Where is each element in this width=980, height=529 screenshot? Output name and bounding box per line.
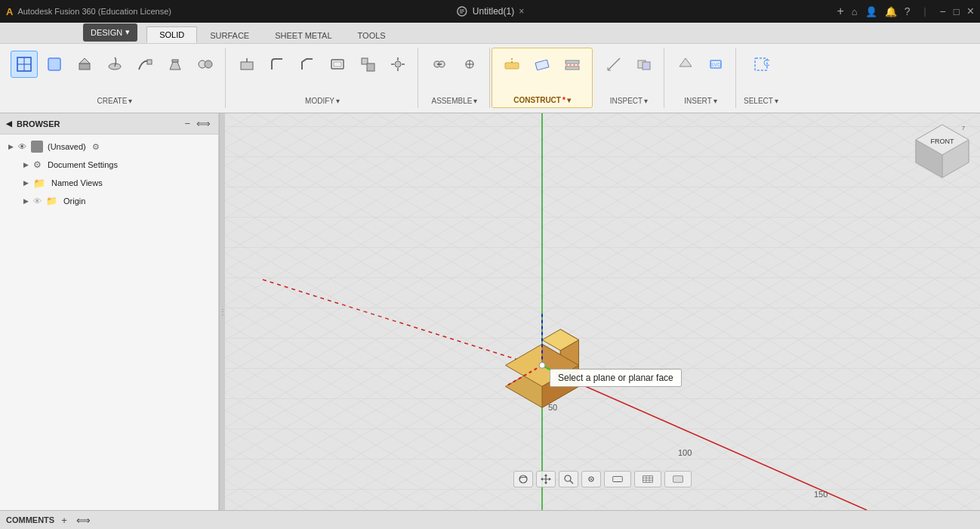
shell-button[interactable] — [324, 51, 351, 78]
svg-rect-63 — [643, 476, 653, 482]
help-button[interactable]: ? — [904, 5, 911, 17]
app-title: Autodesk Fusion 360 (Education License) — [17, 7, 171, 16]
assemble-group: ASSEMBLE ▾ — [420, 48, 490, 108]
press-pull-button[interactable] — [233, 51, 260, 78]
root-icon — [31, 141, 43, 153]
svg-point-52 — [519, 475, 527, 483]
sweep-button[interactable] — [131, 51, 159, 78]
zoom-window-button[interactable] — [559, 471, 578, 487]
pan-button[interactable] — [536, 471, 556, 487]
browser-collapse-icon[interactable]: ◀ — [6, 119, 12, 128]
toolbar: DESIGN ▾ SOLID SURFACE SHEET METAL TOOLS — [0, 23, 980, 113]
insert-mesh-button[interactable] — [672, 51, 699, 78]
extrude-button[interactable] — [71, 51, 98, 78]
tree-origin[interactable]: ▶ 👁 📁 Origin — [0, 192, 218, 210]
construct-dropdown-icon: ▾ — [567, 96, 571, 104]
select-button[interactable] — [747, 51, 775, 78]
inspect-group: INSPECT ▾ — [594, 48, 664, 108]
tab-surface[interactable]: SURFACE — [197, 27, 262, 43]
tab-sheetmetal[interactable]: SHEET METAL — [262, 27, 344, 43]
visual-style-button[interactable] — [664, 471, 692, 487]
revolve-button[interactable] — [101, 51, 128, 78]
insert-label[interactable]: INSERT ▾ — [684, 97, 717, 105]
display-settings-button[interactable] — [604, 471, 631, 487]
svg-rect-34 — [566, 67, 579, 70]
create-label[interactable]: CREATE ▾ — [97, 97, 133, 105]
close-tab-icon[interactable]: × — [519, 6, 524, 17]
tree-named-views[interactable]: ▶ 📁 Named Views — [0, 174, 218, 192]
modify-label[interactable]: MODIFY ▾ — [305, 97, 340, 105]
home-button[interactable]: ⌂ — [852, 6, 858, 17]
root-settings-icon[interactable]: ⚙ — [92, 142, 100, 152]
construct-label[interactable]: CONSTRUCT * ▾ — [513, 96, 571, 104]
grid-settings-button[interactable] — [634, 471, 661, 487]
comments-resize-button[interactable]: ⟺ — [74, 515, 93, 526]
tree-doc-settings[interactable]: ▶ ⚙ Document Settings — [0, 156, 218, 174]
tree-root[interactable]: ▶ 👁 (Unsaved) ⚙ — [0, 138, 218, 156]
viewport[interactable]: Select a plane or planar face FRONT 7 — [225, 113, 980, 510]
file-icon — [456, 5, 468, 17]
svg-rect-5 — [79, 63, 90, 70]
look-at-button[interactable] — [581, 471, 601, 487]
maximize-button[interactable]: □ — [954, 6, 960, 17]
midplane-button[interactable] — [559, 51, 586, 79]
svg-line-58 — [570, 481, 573, 484]
svg-text:FRONT: FRONT — [931, 138, 954, 145]
loft-button[interactable] — [162, 51, 189, 78]
move-button[interactable] — [384, 51, 411, 78]
svg-rect-18 — [367, 63, 374, 71]
eye-icon[interactable]: 👁 — [18, 142, 26, 151]
svg-line-36 — [608, 58, 620, 70]
view-cube-svg: FRONT 7 — [912, 121, 972, 181]
new-sketch-button[interactable] — [11, 51, 38, 78]
chamfer-button[interactable] — [294, 51, 321, 78]
new-tab-button[interactable]: + — [837, 5, 843, 18]
plane-at-angle-button[interactable] — [529, 51, 556, 79]
interference-button[interactable] — [630, 51, 658, 78]
origin-eye-icon[interactable]: 👁 — [33, 196, 42, 206]
svg-rect-33 — [566, 60, 579, 63]
browser-resize-button[interactable]: ⟺ — [195, 116, 212, 131]
construct-icons — [498, 51, 586, 79]
account-button[interactable]: 👤 — [865, 6, 877, 17]
design-button[interactable]: DESIGN ▾ — [83, 23, 137, 42]
inspect-label[interactable]: INSPECT ▾ — [610, 97, 648, 105]
sidebar-resize-handle[interactable]: ⋮ — [219, 113, 225, 510]
svg-marker-9 — [170, 62, 180, 70]
fillet-button[interactable] — [263, 51, 291, 78]
browser-hide-button[interactable]: − — [183, 116, 192, 131]
offset-plane-button[interactable] — [498, 51, 525, 79]
minimize-button[interactable]: − — [940, 5, 946, 17]
select-label[interactable]: SELECT ▾ — [744, 97, 778, 105]
view-cube[interactable]: FRONT 7 — [912, 121, 972, 181]
construct-group: CONSTRUCT * ▾ — [492, 48, 593, 108]
inspect-dropdown-icon: ▾ — [644, 97, 648, 105]
toolbar-tabs: DESIGN ▾ SOLID SURFACE SHEET METAL TOOLS — [0, 23, 980, 44]
combine-button[interactable] — [192, 51, 219, 78]
tab-solid[interactable]: SOLID — [146, 26, 197, 43]
tab-tools[interactable]: TOOLS — [345, 27, 399, 43]
notification-button[interactable]: 🔔 — [885, 6, 897, 17]
file-title: Untitled(1) — [473, 6, 514, 17]
close-button[interactable]: × — [967, 5, 974, 18]
origin-arrow: ▶ — [21, 196, 30, 206]
insert-svg-button[interactable]: SVG — [702, 51, 729, 78]
joint-button[interactable] — [426, 51, 453, 78]
construct-asterisk: * — [562, 96, 566, 104]
create-form-button[interactable] — [41, 51, 68, 78]
named-views-label: Named Views — [51, 178, 103, 187]
svg-marker-6 — [79, 58, 90, 63]
orbit-button[interactable] — [513, 471, 533, 487]
doc-settings-label: Document Settings — [48, 160, 118, 169]
svg-point-57 — [565, 475, 571, 481]
joint-origin-button[interactable] — [456, 51, 483, 78]
measure-button[interactable] — [600, 51, 627, 78]
scale-button[interactable] — [354, 51, 381, 78]
folder-icon: 📁 — [33, 178, 45, 189]
add-comment-button[interactable]: + — [59, 515, 69, 526]
origin-folder-icon: 📁 — [46, 196, 57, 206]
assemble-label[interactable]: ASSEMBLE ▾ — [432, 97, 478, 105]
assemble-icons — [426, 51, 483, 78]
origin-label: Origin — [63, 196, 85, 206]
create-icons — [11, 51, 219, 78]
